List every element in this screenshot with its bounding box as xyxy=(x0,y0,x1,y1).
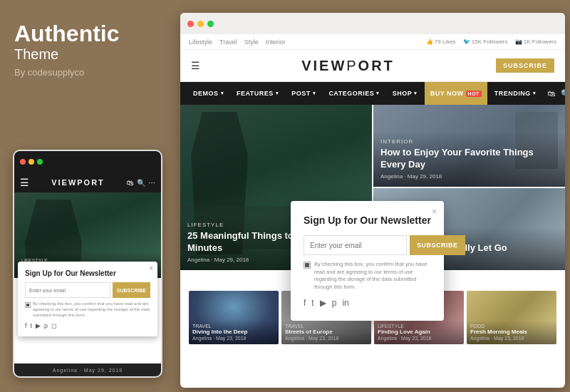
mobile-icons: 🛍 🔍 ⋯ xyxy=(127,179,155,187)
browser-topbar xyxy=(180,13,565,34)
instagram-count: 📷 1K Followers xyxy=(515,38,556,45)
trending-chevron-icon: ▾ xyxy=(533,91,537,96)
trend-tag-1: Travel xyxy=(192,324,275,329)
mobile-dot-yellow xyxy=(28,159,34,165)
shop-chevron-icon: ▾ xyxy=(414,91,418,96)
nav-item-demos[interactable]: DEMOS ▾ xyxy=(187,82,229,105)
mobile-twitter-icon[interactable]: t xyxy=(31,322,33,329)
nav-item-trending[interactable]: TRENDING ▾ xyxy=(489,82,542,105)
nav-bag-icon[interactable]: 🛍 xyxy=(547,89,555,98)
categories-chevron-icon: ▾ xyxy=(376,91,380,96)
nav-item-categories[interactable]: CATEGORIES ▾ xyxy=(323,82,385,105)
site-hamburger-icon[interactable]: ☰ xyxy=(191,60,200,71)
site-toplinks: Lifestyle Travel Style Interior 👍 79 Lik… xyxy=(180,34,565,50)
trend-overlay-3: Lifestyle Finding Love Again Angelina · … xyxy=(374,320,464,344)
browser-dot-green xyxy=(207,21,214,27)
site-toplinks-left: Lifestyle Travel Style Interior xyxy=(189,38,286,46)
nl-socials: f t ▶ p in xyxy=(304,298,431,308)
mobile-hamburger-icon[interactable]: ☰ xyxy=(20,177,29,188)
trend-tag-4: Food xyxy=(470,324,553,329)
mobile-nl-title: Sign Up for Our Newsletter xyxy=(25,269,125,278)
trend-meta-1: Angelina · May 23, 2018 xyxy=(192,336,275,341)
browser-window: Lifestyle Travel Style Interior 👍 79 Lik… xyxy=(180,13,565,388)
mobile-nl-checkbox-row: By checking this box, you confirm that y… xyxy=(25,301,150,318)
hero-title-2: How to Enjoy Your Favorite Things Every … xyxy=(380,147,558,171)
browser-dot-yellow xyxy=(197,21,204,27)
trend-meta-4: Angelina · May 23, 2018 xyxy=(470,336,553,341)
mobile-nl-subscribe-button[interactable]: SUBSCRIBE xyxy=(113,282,150,298)
trend-overlay-2: Travel Streets of Europe Angelina · May … xyxy=(281,320,371,344)
nav-item-buy-now[interactable]: BUY NOW HOT xyxy=(425,82,487,105)
mobile-search-icon[interactable]: 🔍 xyxy=(137,179,145,187)
facebook-count: 👍 79 Likes xyxy=(426,38,456,45)
trend-overlay-1: Travel Diving Into the Deep Angelina · M… xyxy=(189,320,279,344)
mobile-instagram-icon[interactable]: ◻ xyxy=(51,322,56,329)
mobile-nl-email-input[interactable] xyxy=(25,282,110,298)
trend-title-2: Streets of Europe xyxy=(285,329,368,336)
hero-cell-2[interactable]: Interior How to Enjoy Your Favorite Thin… xyxy=(373,105,565,187)
newsletter-popup: × Sign Up for Our Newsletter SUBSCRIBE B… xyxy=(291,201,444,321)
brand-title: Authentic xyxy=(14,21,160,46)
nav-item-features[interactable]: FEATURES ▾ xyxy=(231,82,284,105)
trend-overlay-4: Food Fresh Morning Meals Angelina · May … xyxy=(467,320,556,344)
toplink-travel[interactable]: Travel xyxy=(219,38,237,46)
site-content: Lifestyle 25 Meaningful Things to Do in … xyxy=(180,105,565,350)
trend-title-1: Diving Into the Deep xyxy=(192,329,275,336)
nl-close-button[interactable]: × xyxy=(432,207,437,217)
mobile-more-icon[interactable]: ⋯ xyxy=(148,179,155,187)
nl-email-input[interactable] xyxy=(304,235,407,255)
nl-youtube-icon[interactable]: ▶ xyxy=(320,298,326,308)
brand-by: By codesupplyco xyxy=(14,67,160,78)
site-header: ☰ VIEWPORT SUBSCRIBE xyxy=(180,50,565,82)
nav-item-shop[interactable]: SHOP ▾ xyxy=(387,82,423,105)
nav-item-post[interactable]: POST ▾ xyxy=(286,82,321,105)
hero-overlay-2: Interior How to Enjoy Your Favorite Thin… xyxy=(373,131,565,187)
toplink-lifestyle[interactable]: Lifestyle xyxy=(189,38,212,46)
hot-badge: HOT xyxy=(466,91,482,97)
mobile-dot-green xyxy=(37,159,43,165)
nav-right: TRENDING ▾ 🛍 🔍 ↗ xyxy=(489,82,565,105)
brand-subtitle: Theme xyxy=(14,46,160,63)
mobile-bag-icon[interactable]: 🛍 xyxy=(127,179,134,187)
header-subscribe-button[interactable]: SUBSCRIBE xyxy=(496,58,554,73)
mobile-mockup: ☰ VIEWPORT 🛍 🔍 ⋯ Lifestyle 25 Meaningful… xyxy=(13,150,162,378)
mobile-nl-close-button[interactable]: × xyxy=(149,264,153,272)
hero-tag-2: Interior xyxy=(380,138,558,145)
mobile-nl-legal-text: By checking this box, you confirm that y… xyxy=(33,301,150,318)
trend-meta-3: Angelina · May 23, 2018 xyxy=(378,336,460,341)
trend-tag-3: Lifestyle xyxy=(378,324,460,329)
mobile-facebook-icon[interactable]: f xyxy=(25,322,27,329)
nl-facebook-icon[interactable]: f xyxy=(304,298,306,308)
trend-meta-2: Angelina · May 23, 2018 xyxy=(285,336,368,341)
mobile-nl-input-row: SUBSCRIBE xyxy=(25,282,150,298)
mobile-bottom-bar: Angelina · May 29, 2018 xyxy=(14,363,161,376)
mobile-newsletter-popup: × Sign Up for Our Newsletter SUBSCRIBE B… xyxy=(18,262,157,336)
trending-card-4[interactable]: Food Fresh Morning Meals Angelina · May … xyxy=(467,291,556,344)
nl-instagram-icon[interactable]: in xyxy=(342,298,348,308)
trending-card-1[interactable]: Travel Diving Into the Deep Angelina · M… xyxy=(189,291,279,344)
mobile-pinterest-icon[interactable]: p xyxy=(44,322,48,329)
site-toplinks-right: 👍 79 Likes 🐦 15K Followers 📷 1K Follower… xyxy=(426,38,556,45)
twitter-count: 🐦 15K Followers xyxy=(463,38,508,45)
nl-checkbox-row: By checking this box, you confirm that y… xyxy=(304,261,431,291)
mobile-dot-red xyxy=(20,159,26,165)
toplink-style[interactable]: Style xyxy=(244,38,259,46)
mobile-top-bar xyxy=(14,151,161,172)
mobile-logo: VIEWPORT xyxy=(33,178,123,187)
nl-checkbox[interactable] xyxy=(304,262,311,269)
trend-title-3: Finding Love Again xyxy=(378,329,460,336)
mobile-youtube-icon[interactable]: ▶ xyxy=(36,322,41,329)
hero-meta-2: Angelina · May 29, 2018 xyxy=(380,173,558,180)
mobile-nl-checkbox[interactable] xyxy=(25,302,31,308)
site-logo: VIEWPORT xyxy=(200,58,496,74)
nl-subscribe-button[interactable]: SUBSCRIBE xyxy=(410,235,465,255)
demos-chevron-icon: ▾ xyxy=(221,91,224,96)
mobile-nav: ☰ VIEWPORT 🛍 🔍 ⋯ xyxy=(14,172,161,192)
nav-search-icon[interactable]: 🔍 xyxy=(561,89,565,98)
trend-tag-2: Travel xyxy=(285,324,368,329)
toplink-interior[interactable]: Interior xyxy=(266,38,286,46)
site-nav: DEMOS ▾ FEATURES ▾ POST ▾ CATEGORIES ▾ S… xyxy=(180,82,565,105)
nl-pinterest-icon[interactable]: p xyxy=(332,298,337,308)
nl-twitter-icon[interactable]: t xyxy=(311,298,314,308)
mobile-nl-socials: f t ▶ p ◻ xyxy=(25,322,150,329)
